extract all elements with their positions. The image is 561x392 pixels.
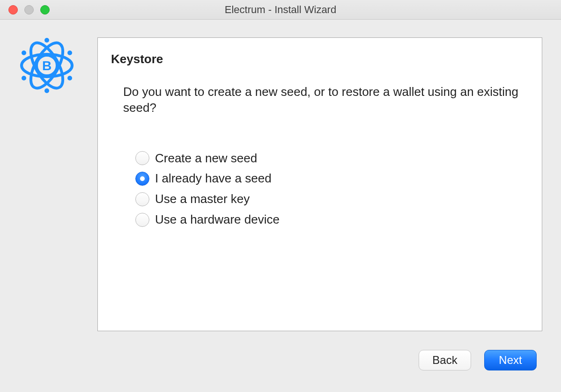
next-button[interactable]: Next <box>484 350 537 370</box>
option-create-new-seed[interactable]: Create a new seed <box>135 150 529 167</box>
svg-point-8 <box>67 51 72 55</box>
radio-icon <box>135 192 149 206</box>
option-use-master-key[interactable]: Use a master key <box>135 190 529 208</box>
option-use-hardware-device[interactable]: Use a hardware device <box>135 211 529 229</box>
radio-icon <box>135 172 149 186</box>
option-label: I already have a seed <box>155 170 272 188</box>
titlebar: Electrum - Install Wizard <box>0 0 561 20</box>
minimize-icon[interactable] <box>24 5 34 15</box>
window-title: Electrum - Install Wizard <box>0 4 561 16</box>
option-label: Use a hardware device <box>155 211 280 229</box>
window-controls <box>8 5 50 15</box>
option-already-have-seed[interactable]: I already have a seed <box>135 170 529 188</box>
svg-point-6 <box>44 88 49 93</box>
svg-point-10 <box>67 76 72 80</box>
svg-point-9 <box>22 76 26 80</box>
svg-point-7 <box>22 51 26 55</box>
zoom-icon[interactable] <box>40 5 50 15</box>
radio-icon <box>135 151 149 165</box>
electrum-logo-icon: B <box>19 37 75 94</box>
radio-icon <box>135 213 149 227</box>
panel-question: Do you want to create a new seed, or to … <box>111 84 529 116</box>
wizard-footer: Back Next <box>419 350 537 370</box>
option-label: Use a master key <box>155 190 250 208</box>
panel-heading: Keystore <box>111 52 529 66</box>
keystore-options: Create a new seed I already have a seed … <box>111 150 529 229</box>
back-button[interactable]: Back <box>419 350 471 370</box>
close-icon[interactable] <box>8 5 18 15</box>
content-area: B Keystore Do you want to create a new s… <box>0 20 561 331</box>
svg-point-5 <box>44 38 49 43</box>
svg-text:B: B <box>42 58 52 73</box>
wizard-panel: Keystore Do you want to create a new see… <box>97 37 542 331</box>
option-label: Create a new seed <box>155 150 257 167</box>
logo-column: B <box>19 37 84 331</box>
